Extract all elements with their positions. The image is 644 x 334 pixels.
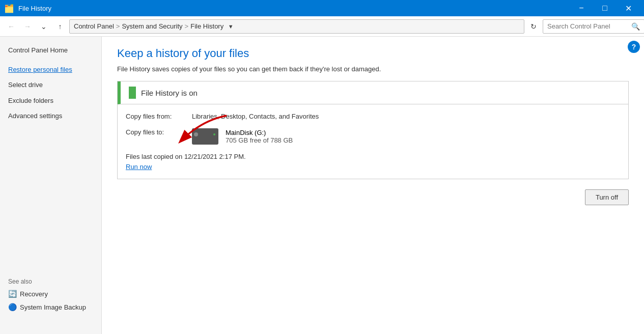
drive-space: 705 GB free of 788 GB — [226, 136, 293, 144]
breadcrumb-sep2: > — [185, 22, 189, 30]
forward-button[interactable]: → — [20, 19, 35, 34]
up-button[interactable]: ↑ — [53, 19, 67, 34]
minimize-button[interactable]: − — [570, 0, 593, 16]
drive-icon — [192, 128, 218, 145]
run-now-link[interactable]: Run now — [126, 163, 152, 171]
copy-from-label: Copy files from: — [126, 113, 192, 120]
sidebar-item-select-drive[interactable]: Select drive — [0, 77, 101, 93]
description: File History saves copies of your files … — [117, 65, 629, 73]
help-button[interactable]: ? — [628, 41, 640, 53]
drive-name: MainDisk (G:) — [226, 129, 293, 136]
search-input[interactable] — [543, 19, 644, 34]
page-title: Keep a history of your files — [117, 47, 629, 60]
back-button[interactable]: ← — [4, 19, 18, 34]
title-bar: 🗂️ File History − □ ✕ — [0, 0, 644, 16]
status-header: File History is on — [118, 81, 628, 104]
recent-button[interactable]: ⌄ — [37, 19, 51, 34]
copy-to-label: Copy files to: — [126, 128, 192, 145]
breadcrumb-root: Control Panel — [74, 22, 114, 30]
breadcrumb-sep1: > — [116, 22, 120, 30]
sidebar-item-system-image-backup[interactable]: 🔵 System Image Backup — [0, 300, 101, 314]
status-body: Copy files from: Libraries, Desktop, Con… — [118, 104, 628, 179]
sidebar-item-restore-personal-files[interactable]: Restore personal files — [0, 62, 101, 77]
turn-off-button[interactable]: Turn off — [585, 189, 629, 205]
see-also-section: See also 🔄 Recovery 🔵 System Image Backu… — [0, 274, 101, 314]
status-green-indicator — [129, 87, 136, 99]
recovery-icon: 🔄 — [8, 290, 17, 298]
sidebar-item-exclude-folders[interactable]: Exclude folders — [0, 93, 101, 108]
system-image-icon: 🔵 — [8, 303, 17, 311]
sidebar: Control Panel Home Restore personal file… — [0, 37, 102, 334]
sidebar-item-advanced-settings[interactable]: Advanced settings — [0, 108, 101, 124]
content-area: ? Keep a history of your files File Hist… — [102, 37, 644, 334]
breadcrumb-segment1: System and Security — [122, 22, 182, 30]
breadcrumb-segment2: File History — [190, 22, 223, 30]
refresh-button[interactable]: ↻ — [526, 19, 541, 34]
last-copied-text: Files last copied on 12/21/2021 2:17 PM. — [126, 153, 620, 160]
sidebar-item-control-panel-home[interactable]: Control Panel Home — [0, 43, 101, 58]
title-bar-title: File History — [18, 5, 51, 12]
title-bar-controls: − □ ✕ — [570, 0, 640, 16]
status-panel: File History is on Copy files from: Libr… — [117, 81, 629, 179]
address-bar: ← → ⌄ ↑ Control Panel > System and Secur… — [0, 16, 644, 37]
title-bar-left: 🗂️ File History — [4, 4, 51, 13]
copy-from-value: Libraries, Desktop, Contacts, and Favori… — [192, 113, 319, 120]
copy-files-from-row: Copy files from: Libraries, Desktop, Con… — [126, 113, 620, 120]
last-copied-section: Files last copied on 12/21/2021 2:17 PM.… — [126, 153, 620, 171]
see-also-label: See also — [0, 274, 101, 287]
drive-info: MainDisk (G:) 705 GB free of 788 GB — [192, 128, 293, 145]
app-icon: 🗂️ — [4, 4, 14, 13]
sidebar-item-recovery[interactable]: 🔄 Recovery — [0, 287, 101, 300]
copy-files-to-row: Copy files to: MainDisk (G:) 705 GB free… — [126, 128, 620, 145]
maximize-button[interactable]: □ — [593, 0, 617, 16]
status-title: File History is on — [141, 89, 198, 97]
main-layout: Control Panel Home Restore personal file… — [0, 37, 644, 334]
address-chevron-icon[interactable]: ▼ — [226, 19, 236, 34]
close-button[interactable]: ✕ — [617, 0, 640, 16]
drive-details: MainDisk (G:) 705 GB free of 788 GB — [226, 129, 293, 144]
address-box[interactable]: Control Panel > System and Security > Fi… — [69, 19, 524, 34]
